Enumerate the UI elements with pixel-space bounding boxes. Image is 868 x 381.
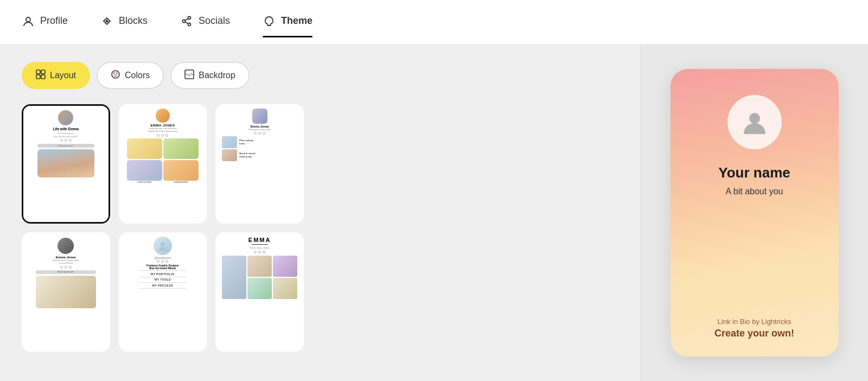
layout-card-3[interactable]: Emma Jones Photography made simple Photo… bbox=[215, 104, 304, 224]
colors-icon bbox=[111, 69, 120, 81]
layout-icon bbox=[36, 69, 46, 81]
c6-desc: Travel, sleep, repeat. bbox=[250, 246, 270, 249]
backdrop-icon bbox=[184, 69, 194, 81]
layout-card-5[interactable]: @byemilyjones Freelance Graphic Designer… bbox=[119, 232, 207, 352]
c3-desc: Photography made simple bbox=[248, 129, 271, 131]
c2-grid-item-2 bbox=[163, 138, 199, 159]
c6-grid-4 bbox=[247, 278, 272, 299]
c2-desc: Living each day to the fullest andsharin… bbox=[148, 128, 177, 133]
subtab-backdrop-label: Backdrop bbox=[199, 71, 235, 80]
nav-item-theme[interactable]: Theme bbox=[263, 15, 312, 30]
c5-icon-2 bbox=[161, 260, 164, 263]
c4-icon-2 bbox=[65, 266, 67, 269]
layout-4-preview: Emma Jones Practical diet and workout pl… bbox=[23, 233, 109, 351]
c1-btn: Where am I now? bbox=[37, 144, 94, 148]
svg-rect-8 bbox=[36, 70, 40, 74]
c5-menu-1: MY PORTFOLIO bbox=[151, 272, 175, 276]
top-navigation: Profile Blocks Socials bbox=[0, 0, 868, 45]
nav-item-blocks[interactable]: Blocks bbox=[100, 15, 148, 30]
c3-row-1: Photo-editingtricks bbox=[222, 136, 297, 148]
c3-thumb-1 bbox=[222, 136, 237, 148]
preview-footer: Link in Bio by Lightricks Create your ow… bbox=[714, 318, 794, 339]
c6-icon-1 bbox=[254, 251, 257, 253]
c3-thumb-2 bbox=[222, 149, 237, 161]
c1-icons bbox=[60, 139, 72, 142]
c5-icon-3 bbox=[165, 260, 168, 263]
c6-grid bbox=[222, 256, 297, 299]
socials-icon bbox=[180, 15, 193, 28]
c4-desc: Practical diet and workout plansfor ever… bbox=[53, 259, 79, 265]
c5-div-2 bbox=[139, 282, 187, 283]
c4-btn: My 30 day diet plan bbox=[36, 270, 96, 274]
blocks-icon bbox=[100, 15, 113, 28]
svg-point-0 bbox=[26, 17, 30, 22]
c2-label-1: LIFESTYLE INSPO bbox=[127, 181, 162, 183]
preview-cta: Create your own! bbox=[714, 328, 794, 339]
preview-bio: A bit about you bbox=[726, 187, 783, 196]
layout-card-4[interactable]: Emma Jones Practical diet and workout pl… bbox=[22, 232, 110, 352]
c6-icon-3 bbox=[263, 251, 265, 253]
profile-icon bbox=[22, 15, 35, 28]
nav-socials-label: Socials bbox=[199, 15, 230, 27]
sub-tabs: Layout Colors bbox=[22, 62, 618, 89]
c5-avatar bbox=[154, 237, 172, 255]
c2-grid-item-4 bbox=[163, 160, 199, 181]
nav-item-socials[interactable]: Socials bbox=[180, 15, 230, 30]
layout-5-preview: @byemilyjones Freelance Graphic Designer… bbox=[120, 233, 206, 351]
c1-title: Life with Emma bbox=[53, 127, 79, 131]
c1-avatar bbox=[58, 110, 73, 125]
c5-menu-3: MY PROCESS bbox=[152, 284, 173, 287]
nav-theme-label: Theme bbox=[281, 15, 312, 27]
layout-card-2[interactable]: EMMA JONES Living each day to the fulles… bbox=[119, 104, 207, 224]
c5-menu-2: MY TOOLS bbox=[155, 278, 171, 281]
svg-point-3 bbox=[188, 16, 191, 19]
main-content: Layout Colors bbox=[0, 45, 868, 381]
subtab-layout[interactable]: Layout bbox=[22, 62, 90, 89]
layout-card-1[interactable]: Life with Emma Documenting myyear abroad… bbox=[22, 104, 110, 224]
preview-avatar-bg bbox=[727, 95, 782, 149]
c6-grid-1 bbox=[222, 256, 246, 299]
layout-2-preview: EMMA JONES Living each day to the fulles… bbox=[120, 105, 206, 223]
layout-1-preview: Life with Emma Documenting myyear abroad… bbox=[23, 106, 108, 222]
c1-img-caption: A week in Athens bbox=[37, 174, 94, 176]
svg-point-18 bbox=[749, 113, 760, 124]
c6-grid-3 bbox=[273, 256, 297, 277]
c4-avatar bbox=[58, 238, 74, 254]
theme-icon bbox=[263, 15, 276, 28]
c3-icon-3 bbox=[263, 132, 265, 135]
subtab-backdrop[interactable]: Backdrop bbox=[170, 62, 250, 89]
c6-grid-5 bbox=[273, 278, 297, 299]
c5-div-3 bbox=[139, 288, 187, 289]
c6-sep bbox=[252, 244, 268, 245]
nav-item-profile[interactable]: Profile bbox=[22, 15, 68, 30]
c5-icons bbox=[157, 260, 168, 263]
c2-grid-labels: LIFESTYLE INSPO SHOPPING IDEAS bbox=[127, 181, 199, 183]
c2-icon-3 bbox=[165, 134, 168, 137]
preview-panel: Your name A bit about you Link in Bio by… bbox=[640, 45, 868, 381]
preview-link-label: Link in Bio by Lightricks bbox=[714, 318, 794, 326]
nav-profile-label: Profile bbox=[40, 15, 68, 27]
nav-blocks-label: Blocks bbox=[119, 15, 148, 27]
c3-row-2: Quick & naturalmakeup tips bbox=[222, 149, 297, 161]
svg-line-6 bbox=[185, 22, 188, 24]
c1-img: A week in Athens bbox=[37, 149, 94, 177]
c5-sep-1 bbox=[139, 270, 187, 271]
c3-name: Emma Jones bbox=[251, 125, 269, 128]
layout-6-preview: EMMA Travel, sleep, repeat. bbox=[216, 233, 303, 351]
svg-point-15 bbox=[115, 75, 117, 77]
preview-avatar-icon bbox=[738, 106, 771, 138]
c3-icon-2 bbox=[258, 132, 261, 135]
layout-card-6[interactable]: EMMA Travel, sleep, repeat. bbox=[215, 232, 304, 352]
svg-point-1 bbox=[106, 20, 108, 22]
c1-icon-1 bbox=[60, 139, 63, 142]
svg-point-17 bbox=[161, 242, 165, 246]
c1-icon-2 bbox=[65, 139, 67, 142]
c6-grid-2 bbox=[247, 256, 272, 277]
layouts-grid: Life with Emma Documenting myyear abroad… bbox=[22, 104, 304, 352]
preview-name: Your name bbox=[718, 164, 790, 181]
subtab-colors[interactable]: Colors bbox=[97, 62, 164, 89]
svg-rect-9 bbox=[41, 70, 45, 74]
c1-icon-3 bbox=[69, 139, 72, 142]
svg-rect-11 bbox=[41, 75, 45, 79]
c2-icon-2 bbox=[161, 134, 164, 137]
